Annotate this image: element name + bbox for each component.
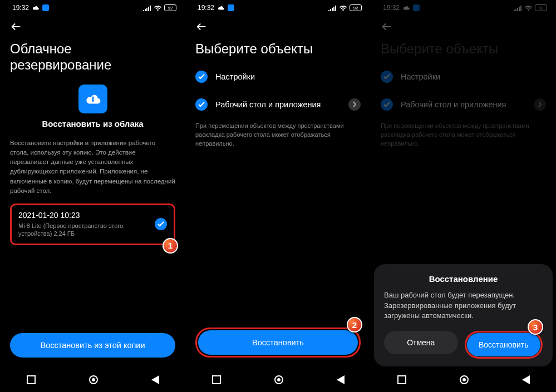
battery-icon: 92 bbox=[350, 4, 362, 11]
svg-rect-5 bbox=[213, 376, 220, 384]
backup-date: 2021-01-20 10:23 bbox=[18, 211, 150, 220]
signal-icon bbox=[514, 5, 522, 11]
screen-cloud-backup: 19:32 92 Облачное резервирование Восстан… bbox=[0, 0, 185, 392]
status-bar: 19:32 92 bbox=[371, 0, 556, 16]
nav-home[interactable] bbox=[274, 375, 284, 385]
status-time: 19:32 bbox=[198, 4, 214, 12]
step-badge-1: 1 bbox=[163, 238, 178, 254]
step-badge-2: 2 bbox=[347, 317, 362, 333]
option-desktop-apps: Рабочий стол и приложения bbox=[381, 91, 546, 118]
highlight-box: Восстановить 2 bbox=[195, 328, 361, 358]
nav-recents[interactable] bbox=[27, 375, 36, 384]
restore-button[interactable]: Восстановить bbox=[198, 330, 358, 355]
option-desktop-apps[interactable]: Рабочий стол и приложения bbox=[195, 91, 361, 118]
dialog-title: Восстановление bbox=[384, 274, 543, 284]
page-title: Выберите объекты bbox=[185, 38, 371, 63]
svg-point-11 bbox=[462, 378, 466, 381]
status-time: 19:32 bbox=[383, 4, 400, 12]
app-badge-icon bbox=[42, 4, 49, 11]
option-label: Рабочий стол и приложения bbox=[215, 100, 341, 109]
svg-rect-4 bbox=[228, 4, 234, 11]
app-badge-icon bbox=[228, 4, 234, 11]
status-bar: 19:32 92 bbox=[185, 0, 371, 16]
dialog-body: Ваш рабочий стол будет перезапущен. Заре… bbox=[384, 290, 543, 321]
highlight-box: Восстановить 3 bbox=[465, 331, 543, 359]
svg-point-7 bbox=[277, 378, 281, 381]
svg-rect-0 bbox=[42, 4, 49, 11]
app-badge-icon bbox=[413, 4, 420, 11]
battery-icon: 92 bbox=[164, 4, 176, 11]
restore-dialog: Восстановление Ваш рабочий стол будет пе… bbox=[374, 264, 553, 366]
warning-note: При перемещении объектов между пространс… bbox=[381, 122, 546, 148]
nav-back[interactable] bbox=[337, 375, 345, 384]
nav-recents[interactable] bbox=[212, 375, 221, 384]
nav-back[interactable] bbox=[151, 375, 159, 384]
wifi-icon bbox=[339, 5, 347, 11]
cloud-icon bbox=[217, 5, 225, 11]
nav-recents[interactable] bbox=[397, 375, 406, 384]
checkbox-checked-icon bbox=[381, 98, 393, 111]
step-badge-3: 3 bbox=[528, 319, 543, 335]
page-title: Выберите объекты bbox=[371, 38, 556, 63]
option-settings: Настройки bbox=[381, 63, 546, 91]
page-title: Облачное резервирование bbox=[0, 38, 185, 79]
back-button bbox=[381, 21, 393, 33]
nav-bar bbox=[371, 368, 556, 392]
option-label: Настройки bbox=[401, 72, 546, 81]
selected-check-icon bbox=[155, 218, 167, 230]
chevron-right-icon bbox=[534, 98, 546, 111]
svg-point-3 bbox=[92, 378, 95, 381]
option-label: Настройки bbox=[215, 72, 361, 81]
nav-bar bbox=[185, 368, 371, 392]
cloud-restore-icon bbox=[78, 85, 107, 113]
nav-back[interactable] bbox=[522, 375, 530, 384]
battery-icon: 92 bbox=[535, 4, 547, 11]
warning-note: При перемещении объектов между пространс… bbox=[195, 122, 361, 148]
cloud-icon bbox=[32, 5, 40, 11]
restore-heading: Восстановить из облака bbox=[10, 119, 175, 128]
wifi-icon bbox=[154, 5, 162, 11]
signal-icon bbox=[328, 5, 337, 11]
backup-device: Mi 8 Lite (Первое пространство этого уст… bbox=[18, 222, 150, 238]
cloud-icon bbox=[402, 5, 410, 11]
backup-entry[interactable]: 2021-01-20 10:23 Mi 8 Lite (Первое прост… bbox=[10, 204, 175, 245]
screen-select-objects: 19:32 92 Выберите объекты Настройки Рабо… bbox=[185, 0, 371, 392]
svg-rect-8 bbox=[413, 4, 420, 11]
svg-rect-1 bbox=[27, 376, 35, 384]
checkbox-checked-icon bbox=[381, 71, 393, 83]
checkbox-checked-icon bbox=[195, 98, 208, 111]
back-button[interactable] bbox=[195, 21, 208, 33]
dialog-ok-button[interactable]: Восстановить bbox=[467, 333, 541, 356]
dialog-cancel-button[interactable]: Отмена bbox=[384, 331, 458, 354]
status-time: 19:32 bbox=[12, 4, 29, 12]
nav-home[interactable] bbox=[459, 375, 469, 385]
option-label: Рабочий стол и приложения bbox=[401, 100, 526, 109]
restore-description: Восстановите настройки и приложения рабо… bbox=[10, 138, 175, 196]
chevron-right-icon[interactable] bbox=[348, 98, 361, 111]
nav-home[interactable] bbox=[88, 375, 99, 385]
signal-icon bbox=[143, 5, 151, 11]
status-bar: 19:32 92 bbox=[0, 0, 185, 16]
nav-bar bbox=[0, 368, 185, 392]
wifi-icon bbox=[524, 5, 533, 11]
svg-rect-9 bbox=[398, 376, 406, 384]
back-button[interactable] bbox=[10, 21, 22, 33]
screen-confirm-dialog: 19:32 92 Выберите объекты Настройки Рабо… bbox=[371, 0, 556, 392]
restore-from-copy-button[interactable]: Восстановить из этой копии bbox=[10, 333, 175, 358]
option-settings[interactable]: Настройки bbox=[195, 63, 361, 91]
checkbox-checked-icon bbox=[195, 71, 208, 83]
